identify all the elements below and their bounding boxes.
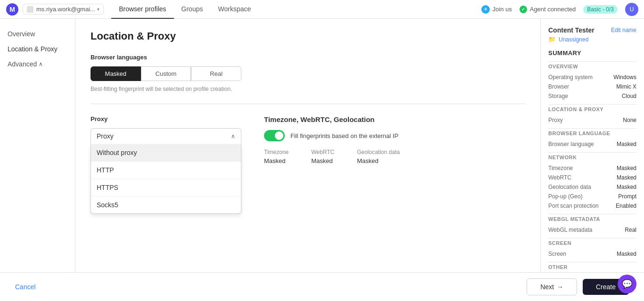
language-toggle-group: Masked Custom Real: [91, 66, 241, 81]
sidebar-item-overview[interactable]: Overview: [0, 26, 75, 41]
panel-row-label: Operating system: [548, 74, 613, 81]
account-arrow-icon: ▾: [97, 7, 99, 12]
panel-section-overview: OVERVIEW: [548, 61, 636, 71]
language-option-real[interactable]: Real: [191, 66, 241, 81]
sidebar: Overview Location & Proxy Advanced ∧: [0, 19, 75, 272]
panel-row-label: WebRTC: [548, 174, 617, 181]
panel-row: Pop-up (Geo)Prompt: [548, 193, 636, 200]
bottom-right-actions: Next → Create: [527, 278, 629, 295]
language-option-masked[interactable]: Masked: [91, 66, 141, 81]
proxy-option-https[interactable]: HTTPS: [91, 179, 241, 196]
cancel-button[interactable]: Cancel: [15, 283, 36, 291]
panel-row-label: Screen: [548, 251, 617, 257]
section-divider: [91, 104, 525, 104]
avatar[interactable]: U: [625, 3, 638, 16]
panel-row-value: Masked: [617, 165, 636, 171]
nav-tabs: Browser profiles Groups Workspace: [111, 0, 258, 19]
fingerprint-toggle[interactable]: [264, 130, 285, 141]
language-option-custom[interactable]: Custom: [141, 66, 191, 81]
join-us-button[interactable]: ✈ Join us: [481, 5, 512, 14]
panel-row: ScreenMasked: [548, 251, 636, 257]
page-title: Location & Proxy: [91, 30, 525, 42]
proxy-select[interactable]: Proxy ∧: [91, 128, 241, 144]
proxy-option-without-proxy[interactable]: Without proxy: [91, 144, 241, 162]
proxy-select-wrapper: Proxy ∧ Without proxy HTTP HTTPS Socks5: [91, 128, 241, 144]
panel-row: Port scan protectionEnabled: [548, 203, 636, 209]
chevron-up-icon: ∧: [39, 61, 43, 67]
panel-row-label: Proxy: [548, 117, 623, 123]
timezone-section-title: Timezone, WebRTC, Geolocation: [264, 115, 525, 123]
fingerprint-toggle-label: Fill fingerprints based on the external …: [290, 132, 398, 139]
panel-row: Operating systemWindows: [548, 74, 636, 81]
account-selector[interactable]: ms.riya.work@gmai... ▾: [23, 4, 104, 15]
panel-sections: OVERVIEWOperating systemWindowsBrowserMi…: [548, 61, 636, 272]
panel-section-screen: SCREEN: [548, 238, 636, 248]
arrow-right-icon: →: [557, 283, 563, 291]
agent-connected-icon: [520, 6, 527, 13]
panel-row-value: Enabled: [616, 203, 636, 209]
sidebar-item-location-proxy[interactable]: Location & Proxy: [0, 41, 75, 57]
proxy-dropdown-menu: Without proxy HTTP HTTPS Socks5: [91, 144, 241, 214]
next-button[interactable]: Next →: [527, 278, 577, 295]
panel-row-value: Mimic X: [616, 83, 636, 90]
panel-row: TimezoneMasked: [548, 165, 636, 171]
app-logo[interactable]: M: [6, 3, 19, 16]
main-layout: Overview Location & Proxy Advanced ∧ Loc…: [0, 19, 644, 272]
panel-title: Content Tester: [548, 26, 594, 34]
panel-section-webgl-metadata: WEBGL METADATA: [548, 214, 636, 224]
bottom-bar: Cancel Next → Create: [0, 272, 644, 301]
panel-row-label: Browser: [548, 83, 616, 90]
panel-row: WebRTCMasked: [548, 174, 636, 181]
panel-row-value: Masked: [617, 184, 636, 190]
edit-name-link[interactable]: Edit name: [611, 27, 636, 33]
nav-tab-browser-profiles[interactable]: Browser profiles: [111, 0, 173, 19]
panel-row-label: Geolocation data: [548, 184, 617, 190]
timezone-data-grid: Timezone Masked WebRTC Masked Geolocatio…: [264, 149, 525, 164]
agent-status: Agent connected: [520, 6, 576, 13]
chat-bubble[interactable]: 💬: [618, 275, 636, 293]
plan-badge[interactable]: Basic - 0/3: [583, 5, 618, 14]
panel-row-value: Cloud: [622, 93, 636, 99]
panel-row-label: WebGL metadata: [548, 227, 625, 233]
panel-row-value: None: [623, 117, 636, 123]
panel-row-value: Prompt: [618, 193, 636, 200]
timezone-section: Timezone, WebRTC, Geolocation Fill finge…: [264, 115, 525, 164]
panel-row-value: Masked: [617, 251, 636, 257]
panel-row: StorageCloud: [548, 93, 636, 99]
account-email: ms.riya.work@gmai...: [36, 6, 95, 13]
telegram-icon: ✈: [481, 5, 490, 14]
sidebar-item-advanced[interactable]: Advanced ∧: [0, 57, 75, 72]
panel-row-label: Storage: [548, 93, 622, 99]
panel-section-browser-language: BROWSER LANGUAGE: [548, 128, 636, 138]
panel-row-value: Windows: [613, 74, 636, 81]
panel-section-other: OTHER: [548, 262, 636, 272]
panel-row-label: Port scan protection: [548, 203, 616, 209]
proxy-option-http[interactable]: HTTP: [91, 162, 241, 179]
panel-row-value: Real: [625, 227, 636, 233]
fingerprint-toggle-row: Fill fingerprints based on the external …: [264, 130, 525, 141]
panel-row-label: Pop-up (Geo): [548, 193, 618, 200]
nav-tab-groups[interactable]: Groups: [174, 0, 211, 19]
panel-row-value: Masked: [617, 141, 636, 147]
webrtc-col: WebRTC Masked: [311, 149, 334, 164]
timezone-col: Timezone Masked: [264, 149, 289, 164]
panel-row-value: Masked: [617, 174, 636, 181]
proxy-option-socks5[interactable]: Socks5: [91, 196, 241, 213]
nav-right: ✈ Join us Agent connected Basic - 0/3 U: [481, 3, 638, 16]
geolocation-col: Geolocation data Masked: [357, 149, 400, 164]
panel-row-label: Browser language: [548, 141, 617, 147]
svg-text:M: M: [9, 6, 15, 13]
panel-row: Geolocation dataMasked: [548, 184, 636, 190]
chevron-up-icon: ∧: [231, 133, 235, 139]
top-nav: M ms.riya.work@gmai... ▾ Browser profile…: [0, 0, 644, 19]
browser-languages-section: Browser languages Masked Custom Real Bes…: [91, 54, 525, 92]
nav-tab-workspace[interactable]: Workspace: [210, 0, 258, 19]
panel-row: ProxyNone: [548, 117, 636, 123]
proxy-section: Proxy Proxy ∧ Without proxy HTTP HTTPS S…: [91, 115, 241, 164]
panel-section-network: NETWORK: [548, 152, 636, 162]
panel-row: BrowserMimic X: [548, 83, 636, 90]
svg-rect-2: [27, 6, 33, 13]
panel-workspace[interactable]: 📁 Unassigned: [548, 36, 636, 43]
toggle-slider: [264, 130, 285, 141]
language-hint: Best-fitting fingerprint will be selecte…: [91, 86, 525, 92]
